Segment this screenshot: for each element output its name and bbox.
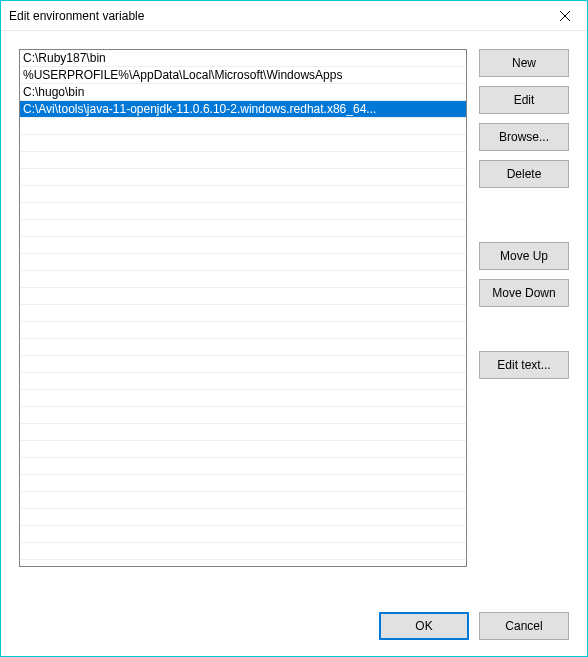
- list-item[interactable]: [20, 509, 466, 526]
- move-down-button[interactable]: Move Down: [479, 279, 569, 307]
- list-item[interactable]: [20, 135, 466, 152]
- footer: OK Cancel: [1, 596, 587, 656]
- list-item[interactable]: [20, 356, 466, 373]
- ok-button[interactable]: OK: [379, 612, 469, 640]
- window-title: Edit environment variable: [9, 9, 542, 23]
- titlebar: Edit environment variable: [1, 1, 587, 31]
- list-item[interactable]: [20, 339, 466, 356]
- cancel-button[interactable]: Cancel: [479, 612, 569, 640]
- close-icon: [560, 11, 570, 21]
- list-item[interactable]: [20, 322, 466, 339]
- list-item[interactable]: [20, 152, 466, 169]
- list-item[interactable]: [20, 390, 466, 407]
- edit-text-button[interactable]: Edit text...: [479, 351, 569, 379]
- list-item[interactable]: [20, 543, 466, 560]
- dialog-window: Edit environment variable C:\Ruby187\bin…: [0, 0, 588, 657]
- list-item[interactable]: C:\Avi\tools\java-11-openjdk-11.0.6.10-2…: [20, 101, 466, 118]
- list-item[interactable]: [20, 305, 466, 322]
- list-item[interactable]: [20, 169, 466, 186]
- list-item[interactable]: [20, 424, 466, 441]
- move-up-button[interactable]: Move Up: [479, 242, 569, 270]
- close-button[interactable]: [542, 1, 587, 30]
- list-item[interactable]: [20, 458, 466, 475]
- delete-button[interactable]: Delete: [479, 160, 569, 188]
- list-item[interactable]: [20, 441, 466, 458]
- list-item[interactable]: [20, 186, 466, 203]
- list-item[interactable]: [20, 237, 466, 254]
- list-item[interactable]: [20, 288, 466, 305]
- path-listbox[interactable]: C:\Ruby187\bin%USERPROFILE%\AppData\Loca…: [19, 49, 467, 567]
- list-item[interactable]: [20, 492, 466, 509]
- list-item[interactable]: C:\hugo\bin: [20, 84, 466, 101]
- list-item[interactable]: [20, 220, 466, 237]
- list-item[interactable]: [20, 271, 466, 288]
- list-item[interactable]: C:\Ruby187\bin: [20, 50, 466, 67]
- browse-button[interactable]: Browse...: [479, 123, 569, 151]
- list-item[interactable]: [20, 118, 466, 135]
- edit-button[interactable]: Edit: [479, 86, 569, 114]
- list-item[interactable]: [20, 373, 466, 390]
- list-item[interactable]: [20, 254, 466, 271]
- list-item[interactable]: [20, 475, 466, 492]
- content-area: C:\Ruby187\bin%USERPROFILE%\AppData\Loca…: [1, 31, 587, 596]
- list-item[interactable]: %USERPROFILE%\AppData\Local\Microsoft\Wi…: [20, 67, 466, 84]
- list-item[interactable]: [20, 526, 466, 543]
- list-item[interactable]: [20, 203, 466, 220]
- list-item[interactable]: [20, 407, 466, 424]
- button-sidebar: New Edit Browse... Delete Move Up Move D…: [479, 49, 569, 596]
- new-button[interactable]: New: [479, 49, 569, 77]
